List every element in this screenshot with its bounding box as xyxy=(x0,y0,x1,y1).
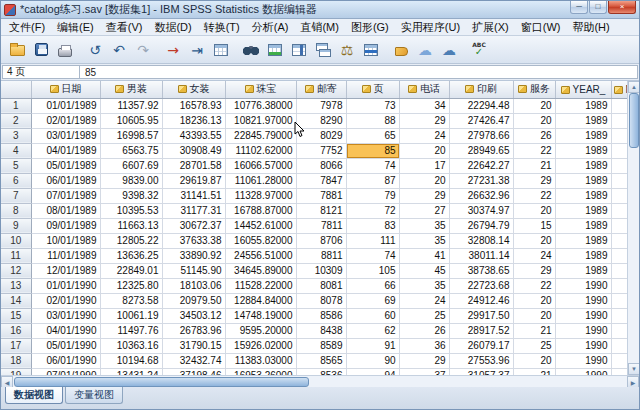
data-cell[interactable]: 25 xyxy=(399,308,449,323)
data-cell[interactable]: 16066.57000 xyxy=(225,158,296,173)
data-cell[interactable]: 06/01/1989 xyxy=(31,173,100,188)
data-cell[interactable]: 1989 xyxy=(555,143,611,158)
data-cell[interactable]: 30672.37 xyxy=(162,218,225,233)
data-cell[interactable]: 9595.20000 xyxy=(225,323,296,338)
data-cell[interactable]: 12/01/1989 xyxy=(31,263,100,278)
data-cell[interactable]: 17 xyxy=(399,158,449,173)
data-cell[interactable]: 20 xyxy=(513,308,555,323)
data-cell[interactable]: 03/01/1990 xyxy=(31,308,100,323)
data-cell[interactable] xyxy=(611,278,627,293)
data-cell[interactable]: 22642.27 xyxy=(449,158,513,173)
data-cell[interactable]: 26079.17 xyxy=(449,338,513,353)
data-cell[interactable]: 27 xyxy=(399,203,449,218)
data-cell[interactable]: 27978.66 xyxy=(449,128,513,143)
data-cell[interactable]: 04/01/1989 xyxy=(31,143,100,158)
data-cell[interactable]: 7752 xyxy=(296,143,346,158)
data-cell[interactable]: 13431.24 xyxy=(100,368,162,375)
data-cell[interactable]: 12884.84000 xyxy=(225,293,296,308)
data-cell[interactable]: 10363.16 xyxy=(100,338,162,353)
maximize-button[interactable]: □ xyxy=(589,1,607,14)
close-button[interactable]: × xyxy=(608,1,636,14)
data-cell[interactable]: 74 xyxy=(346,158,399,173)
data-cell[interactable]: 1989 xyxy=(555,128,611,143)
data-cell[interactable]: 22294.48 xyxy=(449,98,513,113)
data-cell[interactable]: 01/01/1989 xyxy=(31,98,100,113)
data-cell[interactable]: 16953.26000 xyxy=(225,368,296,375)
data-cell[interactable]: 16788.87000 xyxy=(225,203,296,218)
data-cell[interactable]: 01/01/1990 xyxy=(31,278,100,293)
data-cell[interactable] xyxy=(611,158,627,173)
data-cell[interactable]: 33890.92 xyxy=(162,248,225,263)
row-header-6[interactable]: 6 xyxy=(1,173,31,188)
row-header-8[interactable]: 8 xyxy=(1,203,31,218)
data-cell[interactable]: 20 xyxy=(399,143,449,158)
data-cell[interactable] xyxy=(611,98,627,113)
menu-item-7[interactable]: 直销(M) xyxy=(294,19,345,36)
data-cell[interactable]: 1989 xyxy=(555,263,611,278)
insert-variable-button[interactable] xyxy=(287,38,311,62)
data-cell[interactable]: 1989 xyxy=(555,158,611,173)
data-cell[interactable]: 11102.62000 xyxy=(225,143,296,158)
data-cell[interactable]: 37198.46 xyxy=(162,368,225,375)
data-cell[interactable]: 1990 xyxy=(555,293,611,308)
redo-button[interactable]: ↷ xyxy=(131,38,155,62)
vertical-scrollbar[interactable]: ▲ ▼ xyxy=(627,81,639,375)
data-cell[interactable]: 35 xyxy=(399,233,449,248)
column-header-10[interactable]: YEAR_ xyxy=(555,81,611,98)
data-cell[interactable]: 09/01/1989 xyxy=(31,218,100,233)
data-cell[interactable]: 31141.51 xyxy=(162,188,225,203)
row-header-2[interactable]: 2 xyxy=(1,113,31,128)
data-cell[interactable]: 16998.57 xyxy=(100,128,162,143)
data-cell[interactable]: 20 xyxy=(399,173,449,188)
menu-item-1[interactable]: 文件(F) xyxy=(3,19,51,36)
data-cell[interactable]: 1990 xyxy=(555,308,611,323)
data-cell[interactable]: 1989 xyxy=(555,248,611,263)
vertical-scroll-thumb[interactable] xyxy=(629,93,639,148)
data-cell[interactable]: 51145.90 xyxy=(162,263,225,278)
print-button[interactable] xyxy=(53,38,77,62)
data-cell[interactable]: 02/01/1990 xyxy=(31,293,100,308)
data-cell[interactable]: 29917.50 xyxy=(449,308,513,323)
row-header-5[interactable]: 5 xyxy=(1,158,31,173)
column-header-3[interactable]: 女装 xyxy=(162,81,225,98)
data-cell[interactable]: 14452.61000 xyxy=(225,218,296,233)
column-header-7[interactable]: 电话 xyxy=(399,81,449,98)
row-header-12[interactable]: 12 xyxy=(1,263,31,278)
data-cell[interactable]: 10309 xyxy=(296,263,346,278)
data-cell[interactable]: 29 xyxy=(399,353,449,368)
menu-item-11[interactable]: 窗口(W) xyxy=(515,19,567,36)
data-cell[interactable]: 8565 xyxy=(296,353,346,368)
use-variable-sets-button[interactable]: ☁ xyxy=(413,38,437,62)
data-cell[interactable] xyxy=(611,173,627,188)
data-cell[interactable]: 11528.22000 xyxy=(225,278,296,293)
column-header-2[interactable]: 男装 xyxy=(100,81,162,98)
data-cell[interactable]: 1990 xyxy=(555,353,611,368)
data-cell[interactable]: 8589 xyxy=(296,338,346,353)
data-cell[interactable]: 34 xyxy=(399,98,449,113)
data-cell[interactable]: 29 xyxy=(399,113,449,128)
tab-variable-view[interactable]: 变量视图 xyxy=(65,387,123,404)
data-cell[interactable]: 21 xyxy=(513,158,555,173)
data-cell[interactable]: 10194.68 xyxy=(100,353,162,368)
data-cell[interactable]: 1989 xyxy=(555,203,611,218)
data-cell[interactable] xyxy=(611,323,627,338)
data-cell[interactable]: 8811 xyxy=(296,248,346,263)
column-header-8[interactable]: 印刷 xyxy=(449,81,513,98)
undo-button[interactable]: ↶ xyxy=(107,38,131,62)
data-cell[interactable] xyxy=(611,143,627,158)
data-cell[interactable]: 16578.93 xyxy=(162,98,225,113)
data-cell[interactable]: 29 xyxy=(399,188,449,203)
row-header-7[interactable]: 7 xyxy=(1,188,31,203)
select-cases-button[interactable] xyxy=(359,38,383,62)
data-cell[interactable] xyxy=(611,263,627,278)
data-cell[interactable]: 62 xyxy=(346,323,399,338)
data-cell[interactable]: 02/01/1989 xyxy=(31,113,100,128)
row-header-14[interactable]: 14 xyxy=(1,293,31,308)
data-cell[interactable]: 22723.68 xyxy=(449,278,513,293)
data-cell[interactable]: 11328.97000 xyxy=(225,188,296,203)
data-cell[interactable]: 22849.01 xyxy=(100,263,162,278)
data-cell[interactable]: 79 xyxy=(346,188,399,203)
data-cell[interactable]: 37633.38 xyxy=(162,233,225,248)
data-cell[interactable]: 11357.92 xyxy=(100,98,162,113)
data-cell[interactable]: 1989 xyxy=(555,218,611,233)
